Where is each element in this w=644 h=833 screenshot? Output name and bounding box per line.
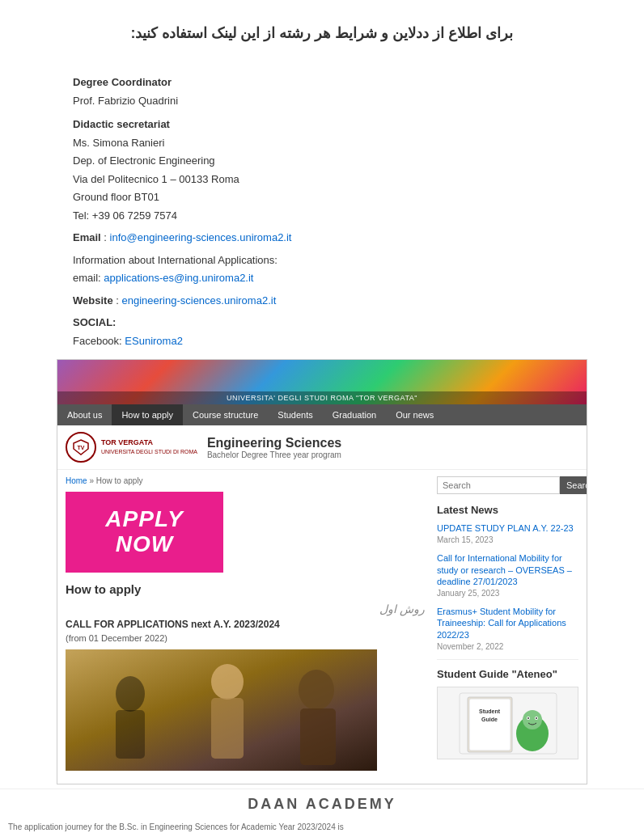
search-area: Search xyxy=(437,476,578,494)
tor-vergata-text: TOR VERGATA UNIVERSITA DEGLI STUDI DI RO… xyxy=(101,438,197,456)
nav-our-news[interactable]: Our news xyxy=(386,404,443,425)
svg-point-5 xyxy=(211,664,244,700)
dept: Dep. of Electronic Engineering xyxy=(73,153,571,169)
news-item-1: UPDATE STUDY PLAN A.Y. 22-23 March 15, 2… xyxy=(437,522,578,544)
nav-about-us[interactable]: About us xyxy=(57,404,112,425)
svg-text:Student: Student xyxy=(478,708,500,714)
email-line: Email : info@engineering-sciences.unirom… xyxy=(73,230,571,246)
persian-text: برای اطلاع از ددلاین و شرایط هر رشته از … xyxy=(16,24,628,42)
student-image xyxy=(66,649,377,771)
tel: Tel: +39 06 7259 7574 xyxy=(73,208,571,224)
svg-point-19 xyxy=(536,717,537,719)
intl-email-link[interactable]: applications-es@ing.uniroma2.it xyxy=(104,272,253,284)
shield-icon: TV xyxy=(72,438,90,456)
apply-now-banner[interactable]: APPLY NOW xyxy=(66,492,223,573)
address1: Via del Politecnico 1 – 00133 Roma xyxy=(73,171,571,188)
persian-header: برای اطلاع از ددلاین و شرایط هر رشته از … xyxy=(0,0,644,58)
nav-course-structure[interactable]: Course structure xyxy=(183,404,268,425)
news-date-2: January 25, 2023 xyxy=(437,589,578,598)
tor-vergata-shield: TV xyxy=(66,432,96,463)
apply-now-text: APPLY NOW xyxy=(105,507,183,557)
sidebar-divider xyxy=(437,659,578,660)
degree-title: Engineering Sciences xyxy=(207,436,341,450)
news-link-1[interactable]: UPDATE STUDY PLAN A.Y. 22-23 xyxy=(437,522,578,534)
uni-header: TV TOR VERGATA UNIVERSITA DEGLI STUDI DI… xyxy=(57,425,587,470)
facebook-link[interactable]: ESuniroma2 xyxy=(125,335,183,347)
search-input[interactable] xyxy=(437,476,560,494)
student-guide-svg: Student Guide xyxy=(455,689,561,758)
website-line: Website : engineering-sciences.uniroma2.… xyxy=(73,293,571,309)
svg-text:TV: TV xyxy=(78,445,85,450)
left-content: Home » How to apply APPLY NOW How to app… xyxy=(66,476,425,777)
coordinator-name: Prof. Fabrizio Quadrini xyxy=(73,93,571,109)
breadcrumb: Home » How to apply xyxy=(66,476,425,485)
how-to-apply-heading: How to apply xyxy=(66,582,425,596)
application-date: (from 01 December 2022) xyxy=(66,633,425,643)
right-content: Search Latest News UPDATE STUDY PLAN A.Y… xyxy=(437,476,578,777)
breadcrumb-current: How to apply xyxy=(96,476,143,485)
nav-graduation[interactable]: Graduation xyxy=(323,404,386,425)
news-date-1: March 15, 2023 xyxy=(437,535,578,544)
daan-footer: DAAN ACADEMY xyxy=(0,789,644,819)
svg-point-15 xyxy=(523,710,542,729)
news-item-3: Erasmus+ Student Mobility for Traineeshi… xyxy=(437,606,578,651)
contact-section: Degree Coordinator Prof. Fabrizio Quadri… xyxy=(0,58,644,359)
social-label: SOCIAL: xyxy=(73,315,571,331)
student-silhouettes xyxy=(66,649,377,771)
degree-subtitle: Bachelor Degree Three year program xyxy=(207,450,341,459)
svg-rect-4 xyxy=(116,710,145,759)
student-guide-image: Student Guide xyxy=(437,687,578,759)
svg-rect-11 xyxy=(469,699,511,751)
nav-how-to-apply[interactable]: How to apply xyxy=(112,404,183,425)
main-content: Home » How to apply APPLY NOW How to app… xyxy=(57,470,587,784)
breadcrumb-separator: » xyxy=(89,476,94,485)
didactic-label: Didactic secretariat xyxy=(73,116,571,133)
university-frame: UNIVERSITA' DEGLI STUDI ROMA "TOR VERGAT… xyxy=(57,359,587,784)
breadcrumb-home[interactable]: Home xyxy=(66,476,87,485)
call-for-applications: CALL FOR APPLICATIONS next A.Y. 2023/202… xyxy=(66,619,425,630)
svg-point-7 xyxy=(299,670,334,710)
website-link[interactable]: engineering-sciences.uniroma2.it xyxy=(121,294,276,307)
news-item-2: Call for International Mobility for stud… xyxy=(437,552,578,598)
news-date-3: November 2, 2022 xyxy=(437,642,578,651)
nav-bar: About us How to apply Course structure S… xyxy=(57,404,587,425)
university-banner: UNIVERSITA' DEGLI STUDI ROMA "TOR VERGAT… xyxy=(57,360,587,404)
secretary-name: Ms. Simona Ranieri xyxy=(73,135,571,151)
svg-rect-6 xyxy=(211,698,244,759)
news-link-3[interactable]: Erasmus+ Student Mobility for Traineeshi… xyxy=(437,606,578,641)
method-label: روش اول xyxy=(66,603,425,615)
banner-text: UNIVERSITA' DEGLI STUDI ROMA "TOR VERGAT… xyxy=(57,391,587,404)
uni-title-area: Engineering Sciences Bachelor Degree Thr… xyxy=(207,436,341,459)
nav-students[interactable]: Students xyxy=(268,404,322,425)
student-guide-title: Student Guide "Ateneo" xyxy=(437,668,578,680)
daan-academy-text: DAAN ACADEMY xyxy=(6,796,638,813)
uni-logo: TV TOR VERGATA UNIVERSITA DEGLI STUDI DI… xyxy=(66,432,197,463)
intl-email-line: email: applications-es@ing.uniroma2.it xyxy=(73,270,571,286)
facebook-line: Facebook: ESuniroma2 xyxy=(73,333,571,349)
svg-text:Guide: Guide xyxy=(481,717,498,722)
news-link-2[interactable]: Call for International Mobility for stud… xyxy=(437,552,578,587)
website-label: Website xyxy=(73,294,113,307)
svg-point-18 xyxy=(527,717,529,719)
bottom-application-text: The application journey for the B.Sc. in… xyxy=(0,819,644,833)
email-label: Email xyxy=(73,231,101,243)
svg-point-3 xyxy=(116,676,145,712)
search-button[interactable]: Search xyxy=(560,476,587,494)
degree-coordinator-label: Degree Coordinator xyxy=(73,74,571,91)
floor: Ground floor BT01 xyxy=(73,189,571,205)
email-link[interactable]: info@engineering-sciences.uniroma2.it xyxy=(110,231,292,243)
intl-label: Information about International Applicat… xyxy=(73,252,571,269)
svg-rect-8 xyxy=(300,708,336,765)
latest-news-title: Latest News xyxy=(437,504,578,516)
